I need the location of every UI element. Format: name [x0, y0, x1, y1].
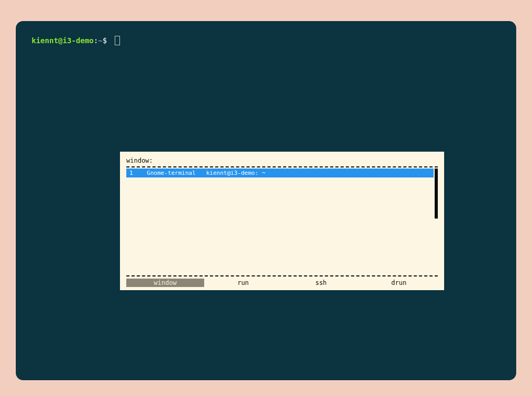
rofi-search-input[interactable]	[153, 157, 438, 164]
prompt-separator: :	[94, 36, 98, 45]
rofi-list: 1 Gnome-terminal kiennt@i3-demo: ~	[126, 169, 438, 273]
cursor-icon	[115, 36, 120, 45]
rofi-mode-run[interactable]: run	[204, 279, 282, 287]
rofi-scrollbar-thumb[interactable]	[435, 169, 438, 219]
rofi-mode-bar: windowrunsshdrun	[126, 279, 438, 287]
rofi-mode-ssh[interactable]: ssh	[282, 279, 360, 287]
rofi-mode-drun[interactable]: drun	[360, 279, 438, 287]
rofi-item[interactable]: 1 Gnome-terminal kiennt@i3-demo: ~	[126, 169, 434, 177]
divider-bottom	[126, 275, 438, 276]
prompt-dollar: $	[103, 36, 112, 45]
shell-prompt: kiennt@i3-demo:~$	[32, 36, 500, 45]
prompt-user-host: kiennt@i3-demo	[32, 36, 94, 45]
rofi-prompt-label: window:	[126, 157, 153, 164]
rofi-mode-window[interactable]: window	[126, 279, 204, 287]
prompt-path: ~	[98, 36, 102, 45]
rofi-scrollbar[interactable]	[434, 169, 438, 273]
terminal-window[interactable]: kiennt@i3-demo:~$ window: 1 Gnome-termin…	[16, 21, 516, 380]
rofi-items: 1 Gnome-terminal kiennt@i3-demo: ~	[126, 169, 434, 273]
divider-top	[126, 166, 438, 167]
rofi-popup[interactable]: window: 1 Gnome-terminal kiennt@i3-demo:…	[120, 152, 444, 290]
rofi-input-row: window:	[126, 156, 438, 164]
